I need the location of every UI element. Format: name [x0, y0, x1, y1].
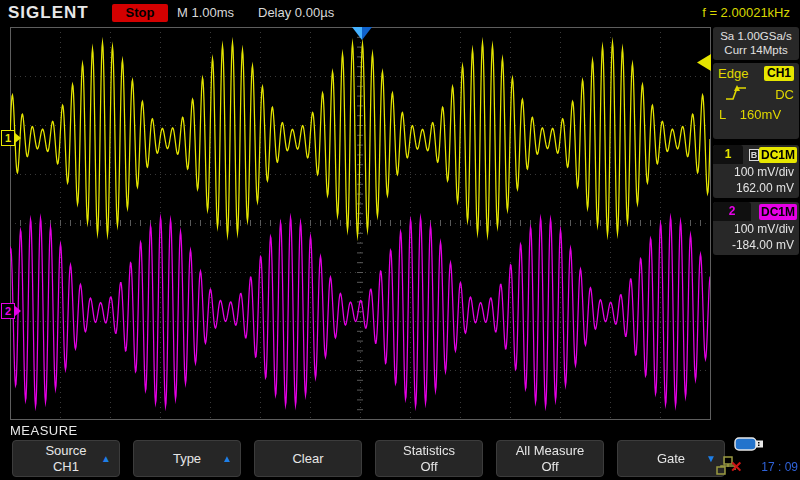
source-button[interactable]: Source CH1 ▲ [12, 440, 120, 477]
ch1-bandwidth-badge: B [749, 149, 759, 161]
right-sidebar: Sa 1.00GSa/s Curr 14Mpts Edge CH1 DC L 1… [713, 0, 800, 480]
acquisition-panel: Sa 1.00GSa/s Curr 14Mpts [713, 27, 799, 60]
ch1-marker-label: 1 [1, 130, 15, 146]
trigger-type: Edge [718, 66, 748, 81]
ch1-coupling-badge: DC1M [759, 147, 797, 163]
soft-menu: Source CH1 ▲ Type ▲ Clear Statistics Off… [12, 440, 725, 478]
gate-button[interactable]: Gate ▼ [617, 440, 725, 477]
ch2-offset: -184.00 mV [713, 237, 799, 253]
trigger-coupling: DC [775, 87, 794, 102]
ch1-marker-arrow-icon [15, 133, 21, 143]
trigger-source-badge: CH1 [764, 66, 794, 81]
memory-depth: Curr 14Mpts [713, 43, 799, 57]
ch2-ground-marker[interactable]: 2 [1, 303, 21, 319]
oscilloscope-screen: SIGLENT Stop M 1.00ms Delay 0.00µs f = 2… [0, 0, 800, 480]
ch2-number-tab[interactable]: 2 [713, 202, 751, 221]
clock: 17 : 09 [761, 460, 798, 474]
trigger-level-label: L [719, 107, 726, 122]
lan-disconnected-x-icon: ✕ [730, 458, 743, 476]
arrow-up-icon: ▲ [222, 451, 232, 467]
ch2-info-panel[interactable]: 2 DC1M 100 mV/div -184.00 mV [713, 202, 799, 255]
ch2-coupling-badge: DC1M [759, 204, 797, 220]
clear-button[interactable]: Clear [254, 440, 362, 477]
waveform-display [0, 0, 712, 430]
statistics-button[interactable]: Statistics Off [375, 440, 483, 477]
menu-title: MEASURE [10, 423, 78, 438]
arrow-up-icon: ▲ [101, 451, 111, 467]
ch1-offset: 162.00 mV [713, 180, 799, 196]
status-corner: ✕ 17 : 09 [714, 434, 800, 480]
all-measure-button[interactable]: All Measure Off [496, 440, 604, 477]
type-button[interactable]: Type ▲ [133, 440, 241, 477]
trigger-level-value: 160mV [740, 107, 781, 122]
ch2-marker-label: 2 [1, 303, 15, 319]
ch2-marker-arrow-icon [15, 306, 21, 316]
ch1-info-panel[interactable]: 1 B DC1M 100 mV/div 162.00 mV [713, 145, 799, 198]
trigger-panel[interactable]: Edge CH1 DC L 160mV [713, 63, 799, 139]
sample-rate: Sa 1.00GSa/s [713, 29, 799, 43]
ch1-scale: 100 mV/div [713, 164, 799, 180]
ch1-number-tab[interactable]: 1 [713, 145, 743, 164]
ch1-ground-marker[interactable]: 1 [1, 130, 21, 146]
ch2-scale: 100 mV/div [713, 221, 799, 237]
rising-edge-icon [724, 84, 748, 105]
usb-icon [734, 436, 766, 457]
